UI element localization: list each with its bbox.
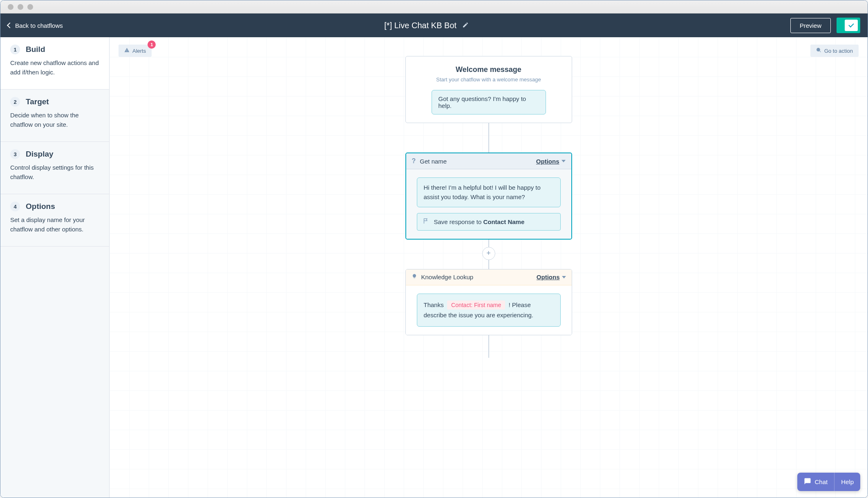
step-desc: Control display settings for this chatfl… [10,163,99,182]
node-title: Knowledge Lookup [421,274,474,280]
chevron-down-icon [562,276,566,278]
question-icon: ? [412,157,416,165]
node-options-button[interactable]: Options [537,274,566,280]
canvas-topbar: Alerts 1 Go to action [119,45,859,57]
options-label: Options [536,158,559,165]
header-actions: Preview [790,18,860,33]
go-to-action-button[interactable]: Go to action [810,45,859,57]
step-number: 2 [10,97,20,107]
step-title: Options [26,202,55,211]
get-name-node[interactable]: ? Get name Options Hi there! I'm a helpf… [405,153,572,240]
lightbulb-icon [412,274,417,281]
knowledge-bubble: Thanks Contact: First name ! Please desc… [417,294,561,327]
mac-titlebar [0,0,868,13]
step-title: Build [26,45,45,54]
page-title-wrap: [*] Live Chat KB Bot [384,21,469,30]
body: 1 Build Create new chatflow actions and … [0,37,868,498]
help-button[interactable]: Help [834,473,860,491]
node-options-button[interactable]: Options [536,158,566,165]
goto-label: Go to action [824,48,853,54]
step-title: Display [26,150,54,159]
step-desc: Decide when to show the chatflow on your… [10,111,99,129]
chevron-left-icon [7,22,13,28]
confirm-button[interactable] [837,18,860,33]
preview-button[interactable]: Preview [790,18,831,33]
step-number: 4 [10,202,20,211]
welcome-subtitle: Start your chatflow with a welcome messa… [412,76,565,83]
confirm-inner [845,20,858,31]
get-name-bubble: Hi there! I'm a helpful bot! I will be h… [417,177,561,207]
alerts-label: Alerts [132,48,146,54]
sidebar-item-target[interactable]: 2 Target Decide when to show the chatflo… [0,90,109,142]
chat-help-pill: Chat Help [797,473,860,491]
step-desc: Create new chatflow actions and add if/t… [10,58,99,77]
minimize-dot-icon[interactable] [18,4,23,10]
connector: + [488,240,489,269]
app-window: Back to chatflows [*] Live Chat KB Bot P… [0,0,868,498]
back-to-chatflows-link[interactable]: Back to chatflows [8,22,63,29]
edit-title-icon[interactable] [462,21,469,30]
svg-line-1 [819,51,821,52]
sidebar-item-options[interactable]: 4 Options Set a display name for your ch… [0,194,109,247]
warning-icon [124,47,130,54]
node-title: Get name [420,158,447,165]
node-body: Hi there! I'm a helpful bot! I will be h… [406,169,571,239]
connector [488,123,489,153]
step-desc: Set a display name for your chatflow and… [10,215,99,234]
node-header: Knowledge Lookup Options [406,269,572,285]
knowledge-lookup-node[interactable]: Knowledge Lookup Options Thanks Contact:… [405,269,572,335]
chat-button[interactable]: Chat [797,473,834,491]
flow-canvas[interactable]: Alerts 1 Go to action Welcome message St… [110,37,868,498]
zoom-dot-icon[interactable] [27,4,33,10]
sidebar: 1 Build Create new chatflow actions and … [0,37,110,498]
add-action-button[interactable]: + [482,247,495,260]
flow-column: Welcome message Start your chatflow with… [405,56,572,358]
sidebar-item-build[interactable]: 1 Build Create new chatflow actions and … [0,37,109,90]
contact-first-name-token: Contact: First name [447,301,505,310]
welcome-title: Welcome message [412,65,565,74]
back-label: Back to chatflows [15,22,63,29]
welcome-message-node[interactable]: Welcome message Start your chatflow with… [405,56,572,123]
flag-icon [423,218,429,226]
search-icon [816,47,821,54]
step-title: Target [26,97,49,106]
svg-point-0 [817,48,820,52]
connector [488,335,489,358]
step-number: 3 [10,149,20,159]
chat-label: Chat [814,478,828,485]
step-number: 1 [10,45,20,54]
node-body: Thanks Contact: First name ! Please desc… [406,285,572,335]
save-response-text: Save response to Contact Name [434,218,525,225]
save-response-bar: Save response to Contact Name [417,213,561,231]
welcome-bubble: Got any questions? I'm happy to help. [432,90,546,114]
chevron-down-icon [562,160,566,162]
sidebar-item-display[interactable]: 3 Display Control display settings for t… [0,142,109,194]
help-label: Help [841,478,854,485]
check-icon [848,22,854,27]
close-dot-icon[interactable] [8,4,13,10]
node-header: ? Get name Options [406,153,571,169]
chat-bubble-icon [804,478,811,486]
page-title: [*] Live Chat KB Bot [384,21,456,30]
app-header: Back to chatflows [*] Live Chat KB Bot P… [0,13,868,37]
options-label: Options [537,274,560,280]
alerts-count-badge: 1 [148,40,156,49]
alerts-button[interactable]: Alerts 1 [119,45,152,57]
